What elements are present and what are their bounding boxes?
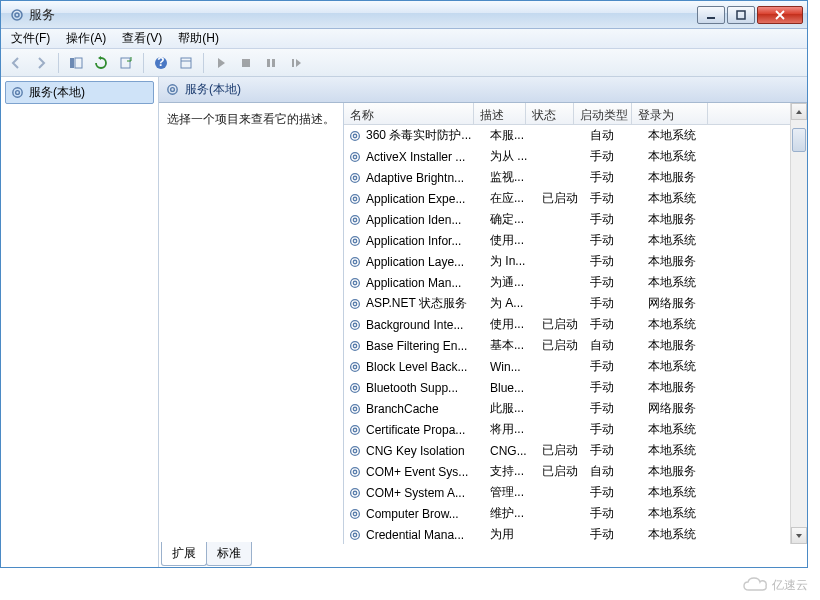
nav-services-local[interactable]: 服务(本地) (5, 81, 154, 104)
cell-startup: 手动 (590, 316, 648, 333)
cell-description: 在应... (490, 190, 542, 207)
cell-logon: 本地系统 (648, 505, 724, 522)
refresh-button[interactable] (90, 52, 112, 74)
help-button[interactable]: ? (150, 52, 172, 74)
cell-name: BranchCache (366, 402, 490, 416)
svg-rect-2 (707, 17, 715, 19)
cell-startup: 手动 (590, 253, 648, 270)
cell-startup: 自动 (590, 127, 648, 144)
tab-standard[interactable]: 标准 (206, 542, 252, 566)
scroll-thumb[interactable] (792, 128, 806, 152)
pause-service-button[interactable] (260, 52, 282, 74)
gear-icon (348, 507, 362, 521)
titlebar[interactable]: 服务 (1, 1, 807, 29)
col-header-logon[interactable]: 登录为 (632, 103, 708, 124)
gear-icon (348, 234, 362, 248)
service-row[interactable]: Application Iden...确定...手动本地服务 (344, 209, 807, 230)
svg-point-21 (351, 152, 360, 161)
scroll-down-button[interactable] (791, 527, 807, 544)
cell-description: 使用... (490, 232, 542, 249)
svg-point-35 (351, 299, 360, 308)
cell-name: Bluetooth Supp... (366, 381, 490, 395)
minimize-button[interactable] (697, 6, 725, 24)
service-row[interactable]: COM+ Event Sys...支持...已启动自动本地服务 (344, 461, 807, 482)
cell-startup: 手动 (590, 358, 648, 375)
cell-name: Application Infor... (366, 234, 490, 248)
service-row[interactable]: Application Man...为通...手动本地系统 (344, 272, 807, 293)
service-row[interactable]: BranchCache此服...手动网络服务 (344, 398, 807, 419)
scroll-up-button[interactable] (791, 103, 807, 120)
cell-startup: 手动 (590, 232, 648, 249)
service-row[interactable]: Application Infor...使用...手动本地系统 (344, 230, 807, 251)
cell-startup: 自动 (590, 463, 648, 480)
svg-point-43 (351, 383, 360, 392)
pane-header: 服务(本地) (159, 77, 807, 103)
service-row[interactable]: Block Level Back...Win...手动本地系统 (344, 356, 807, 377)
cell-description: 将用... (490, 421, 542, 438)
menu-help[interactable]: 帮助(H) (172, 28, 225, 49)
service-row[interactable]: Bluetooth Supp...Blue...手动本地服务 (344, 377, 807, 398)
gear-icon (348, 486, 362, 500)
cell-startup: 手动 (590, 169, 648, 186)
restart-service-button[interactable] (285, 52, 307, 74)
properties-button[interactable] (175, 52, 197, 74)
svg-point-58 (353, 533, 357, 537)
svg-point-0 (12, 10, 22, 20)
col-header-description[interactable]: 描述 (474, 103, 526, 124)
cell-logon: 本地系统 (648, 358, 724, 375)
cell-description: Win... (490, 360, 542, 374)
service-row[interactable]: Base Filtering En...基本...已启动自动本地服务 (344, 335, 807, 356)
show-hide-tree-button[interactable] (65, 52, 87, 74)
vertical-scrollbar[interactable] (790, 103, 807, 544)
service-row[interactable]: Application Expe...在应...已启动手动本地系统 (344, 188, 807, 209)
svg-rect-13 (272, 59, 275, 67)
window-title: 服务 (29, 6, 695, 24)
services-list: 名称 描述 状态 启动类型 登录为 360 杀毒实时防护...本服...自动本地… (343, 103, 807, 544)
back-button[interactable] (5, 52, 27, 74)
cell-status: 已启动 (542, 463, 590, 480)
service-row[interactable]: CNG Key IsolationCNG...已启动手动本地系统 (344, 440, 807, 461)
menu-action[interactable]: 操作(A) (60, 28, 112, 49)
service-row[interactable]: Computer Brow...维护...手动本地系统 (344, 503, 807, 524)
gear-icon (10, 85, 25, 100)
cell-logon: 本地服务 (648, 379, 724, 396)
service-row[interactable]: Certificate Propa...将用...手动本地系统 (344, 419, 807, 440)
scroll-track[interactable] (791, 120, 807, 527)
menu-view[interactable]: 查看(V) (116, 28, 168, 49)
cell-name: Application Man... (366, 276, 490, 290)
svg-point-29 (351, 236, 360, 245)
col-header-name[interactable]: 名称 (344, 103, 474, 124)
start-service-button[interactable] (210, 52, 232, 74)
service-row[interactable]: Adaptive Brightn...监视...手动本地服务 (344, 167, 807, 188)
col-header-startup[interactable]: 启动类型 (574, 103, 632, 124)
gear-icon (348, 171, 362, 185)
cell-description: 维护... (490, 505, 542, 522)
service-row[interactable]: COM+ System A...管理...手动本地系统 (344, 482, 807, 503)
service-row[interactable]: 360 杀毒实时防护...本服...自动本地系统 (344, 125, 807, 146)
service-row[interactable]: Application Laye...为 In...手动本地服务 (344, 251, 807, 272)
service-rows: 360 杀毒实时防护...本服...自动本地系统ActiveX Installe… (344, 125, 807, 544)
cell-name: ActiveX Installer ... (366, 150, 490, 164)
gear-icon (165, 82, 180, 97)
gear-icon (348, 129, 362, 143)
svg-point-26 (353, 197, 357, 201)
service-row[interactable]: Credential Mana...为用手动本地系统 (344, 524, 807, 544)
forward-button[interactable] (30, 52, 52, 74)
menu-file[interactable]: 文件(F) (5, 28, 56, 49)
svg-point-18 (171, 88, 175, 92)
service-row[interactable]: ActiveX Installer ...为从 ...手动本地系统 (344, 146, 807, 167)
gear-icon (348, 423, 362, 437)
cell-description: 为从 ... (490, 148, 542, 165)
maximize-button[interactable] (727, 6, 755, 24)
stop-service-button[interactable] (235, 52, 257, 74)
service-row[interactable]: Background Inte...使用...已启动手动本地系统 (344, 314, 807, 335)
service-row[interactable]: ASP.NET 状态服务为 A...手动网络服务 (344, 293, 807, 314)
tab-extended[interactable]: 扩展 (161, 542, 207, 566)
svg-point-30 (353, 239, 357, 243)
pane-heading-text: 服务(本地) (185, 81, 241, 98)
export-button[interactable] (115, 52, 137, 74)
close-button[interactable] (757, 6, 803, 24)
col-header-status[interactable]: 状态 (526, 103, 574, 124)
toolbar-separator (203, 53, 204, 73)
cell-name: Credential Mana... (366, 528, 490, 542)
